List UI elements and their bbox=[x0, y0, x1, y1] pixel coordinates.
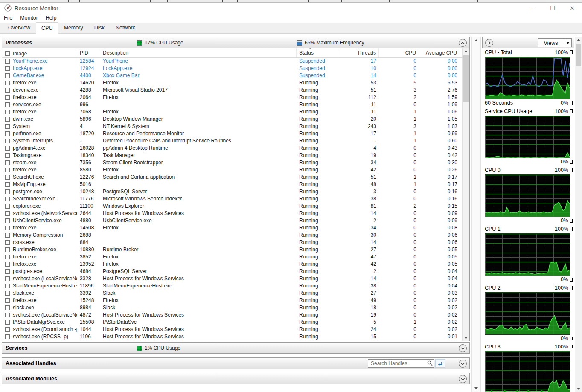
row-checkbox[interactable] bbox=[5, 168, 10, 172]
row-checkbox[interactable] bbox=[5, 211, 10, 216]
tab-overview[interactable]: Overview bbox=[3, 23, 36, 33]
process-row[interactable]: GameBar.exe 4400 Xbox Game Bar Suspended… bbox=[2, 72, 460, 79]
panel-expand-button[interactable] bbox=[485, 39, 493, 47]
column-status[interactable]: Status bbox=[297, 48, 339, 57]
row-checkbox[interactable] bbox=[5, 189, 10, 194]
column-description[interactable]: Description bbox=[100, 48, 297, 57]
table-scrollbar[interactable] bbox=[462, 48, 469, 341]
column-image[interactable]: Image bbox=[2, 48, 77, 57]
menu-monitor[interactable]: Monitor bbox=[16, 14, 42, 23]
process-row[interactable]: firefox.exe 15248 Firefox Running 49 0 0… bbox=[2, 297, 460, 304]
process-row[interactable]: Memory Compression 2688 Running 30 0 0.0… bbox=[2, 232, 460, 239]
process-row[interactable]: csrss.exe 884 Running 14 0 0.06 bbox=[2, 239, 460, 246]
process-row[interactable]: UsbClientService.exe 4880 UsbClientServi… bbox=[2, 217, 460, 224]
process-row[interactable]: steam.exe 7356 Steam Client Bootstrapper… bbox=[2, 159, 460, 166]
views-button[interactable]: Views bbox=[538, 38, 572, 47]
processes-collapse-button[interactable] bbox=[459, 39, 467, 47]
maximize-button[interactable]: ☐ bbox=[543, 3, 562, 14]
scroll-down-icon[interactable] bbox=[464, 337, 468, 339]
table-scrollbar-thumb[interactable] bbox=[463, 55, 469, 102]
process-row[interactable]: firefox.exe 13952 Firefox Running 42 0 0… bbox=[2, 261, 460, 268]
process-row[interactable]: MsMpEng.exe 5016 Running 48 1 0.17 bbox=[2, 181, 460, 188]
scroll-down-icon[interactable] bbox=[474, 387, 478, 389]
associated-handles-expand-button[interactable] bbox=[459, 360, 467, 368]
row-checkbox[interactable] bbox=[5, 102, 10, 107]
tab-disk[interactable]: Disk bbox=[89, 23, 110, 33]
row-checkbox[interactable] bbox=[5, 298, 10, 303]
close-button[interactable]: ✕ bbox=[562, 3, 582, 14]
process-row[interactable]: StartMenuExperienceHost.exe 11896 StartM… bbox=[2, 282, 460, 290]
process-row[interactable]: svchost.exe (RPCSS -p) 1196 Host Process… bbox=[2, 333, 460, 340]
row-checkbox[interactable] bbox=[5, 218, 10, 223]
process-row[interactable]: SearchIndexer.exe 11776 Microsoft Window… bbox=[2, 195, 460, 203]
tab-cpu[interactable]: CPU bbox=[36, 22, 58, 34]
row-checkbox[interactable] bbox=[5, 240, 10, 245]
row-checkbox[interactable] bbox=[5, 73, 10, 78]
row-checkbox[interactable] bbox=[5, 255, 10, 259]
scroll-up-icon[interactable] bbox=[464, 50, 468, 52]
process-row[interactable]: IAStorDataMgrSvc.exe 15508 IAStorDataSvc… bbox=[2, 319, 460, 326]
menu-help[interactable]: Help bbox=[42, 14, 61, 23]
row-checkbox[interactable] bbox=[5, 175, 10, 180]
row-checkbox[interactable] bbox=[5, 139, 10, 143]
search-handles-input[interactable] bbox=[368, 359, 434, 368]
services-header-bar[interactable]: Services 1% CPU Usage bbox=[2, 342, 470, 354]
process-row[interactable]: System 4 NT Kernel & System Running 243 … bbox=[2, 123, 460, 130]
row-checkbox[interactable] bbox=[5, 160, 10, 165]
row-checkbox[interactable] bbox=[5, 146, 10, 151]
scroll-up-icon[interactable] bbox=[577, 39, 580, 41]
process-row[interactable]: SearchUI.exe 12276 Search and Cortana ap… bbox=[2, 174, 460, 181]
process-row[interactable]: YourPhone.exe 12584 YourPhone Suspended … bbox=[2, 58, 460, 65]
services-expand-button[interactable] bbox=[459, 344, 467, 352]
process-row[interactable]: LockApp.exe 12924 LockApp.exe Suspended … bbox=[2, 65, 460, 72]
left-pane-scrollbar[interactable] bbox=[471, 37, 481, 392]
search-icon[interactable] bbox=[427, 360, 433, 366]
process-row[interactable]: services.exe 996 Running 11 0 1.09 bbox=[2, 101, 460, 108]
row-checkbox[interactable] bbox=[5, 291, 10, 296]
process-row[interactable]: explorer.exe 11100 Windows Explorer Runn… bbox=[2, 203, 460, 210]
row-checkbox[interactable] bbox=[5, 226, 10, 230]
row-checkbox[interactable] bbox=[5, 204, 10, 209]
row-checkbox[interactable] bbox=[5, 327, 10, 332]
row-checkbox[interactable] bbox=[5, 81, 10, 85]
column-cpu[interactable]: CPU bbox=[379, 48, 419, 57]
select-all-checkbox[interactable] bbox=[5, 51, 10, 56]
row-checkbox[interactable] bbox=[5, 334, 10, 339]
process-row[interactable]: postgres.exe 4684 PostgreSQL Server Runn… bbox=[2, 268, 460, 275]
process-row[interactable]: firefox.exe 14508 Firefox Running 34 0 0… bbox=[2, 224, 460, 232]
row-checkbox[interactable] bbox=[5, 95, 10, 100]
process-row[interactable]: Taskmgr.exe 18340 Task Manager Running 1… bbox=[2, 152, 460, 159]
process-row[interactable]: slack.exe 8984 Slack Running 18 0 0.02 bbox=[2, 304, 460, 311]
row-checkbox[interactable] bbox=[5, 284, 10, 288]
process-row[interactable]: postgres.exe 10248 PostgreSQL Server Run… bbox=[2, 188, 460, 195]
row-checkbox[interactable] bbox=[5, 262, 10, 267]
row-checkbox[interactable] bbox=[5, 313, 10, 317]
process-row[interactable]: firefox.exe 14620 Firefox Running 53 5 6… bbox=[2, 79, 460, 87]
associated-modules-expand-button[interactable] bbox=[459, 375, 467, 383]
associated-handles-header-bar[interactable]: Associated Handles ⇄ bbox=[2, 357, 470, 369]
process-row[interactable]: RuntimeBroker.exe 10880 Runtime Broker R… bbox=[2, 246, 460, 253]
row-checkbox[interactable] bbox=[5, 320, 10, 325]
process-row[interactable]: perfmon.exe 18720 Resource and Performan… bbox=[2, 130, 460, 137]
process-row[interactable]: firefox.exe 7068 Firefox Running 11 1 1.… bbox=[2, 108, 460, 116]
row-checkbox[interactable] bbox=[5, 124, 10, 129]
process-row[interactable]: svchost.exe (LocalServiceNo... 3328 Host… bbox=[2, 275, 460, 282]
row-checkbox[interactable] bbox=[5, 153, 10, 158]
graphs-scrollbar-thumb[interactable] bbox=[576, 44, 581, 66]
row-checkbox[interactable] bbox=[5, 110, 10, 114]
processes-header-bar[interactable]: Processes 17% CPU Usage 65% Maximum Freq… bbox=[2, 37, 470, 48]
process-row[interactable]: svchost.exe (LocalServiceNo... 4872 Host… bbox=[2, 311, 460, 319]
row-checkbox[interactable] bbox=[5, 269, 10, 274]
column-threads[interactable]: Threads bbox=[339, 48, 379, 57]
process-row[interactable]: dwm.exe 5896 Desktop Window Manager Runn… bbox=[2, 116, 460, 123]
process-row[interactable]: slack.exe 3392 Slack Running 27 0 0.03 bbox=[2, 290, 460, 297]
row-checkbox[interactable] bbox=[5, 233, 10, 238]
row-checkbox[interactable] bbox=[5, 247, 10, 252]
process-row[interactable]: firefox.exe 3852 Firefox Running 47 0 0.… bbox=[2, 253, 460, 261]
process-row[interactable]: svchost.exe (DcomLaunch -p) 1044 Host Pr… bbox=[2, 326, 460, 333]
process-row[interactable]: svchost.exe (NetworkService... 2644 Host… bbox=[2, 210, 460, 217]
process-row[interactable]: firefox.exe 2064 Firefox Running 112 2 1… bbox=[2, 94, 460, 101]
row-checkbox[interactable] bbox=[5, 66, 10, 71]
row-checkbox[interactable] bbox=[5, 59, 10, 64]
row-checkbox[interactable] bbox=[5, 276, 10, 281]
